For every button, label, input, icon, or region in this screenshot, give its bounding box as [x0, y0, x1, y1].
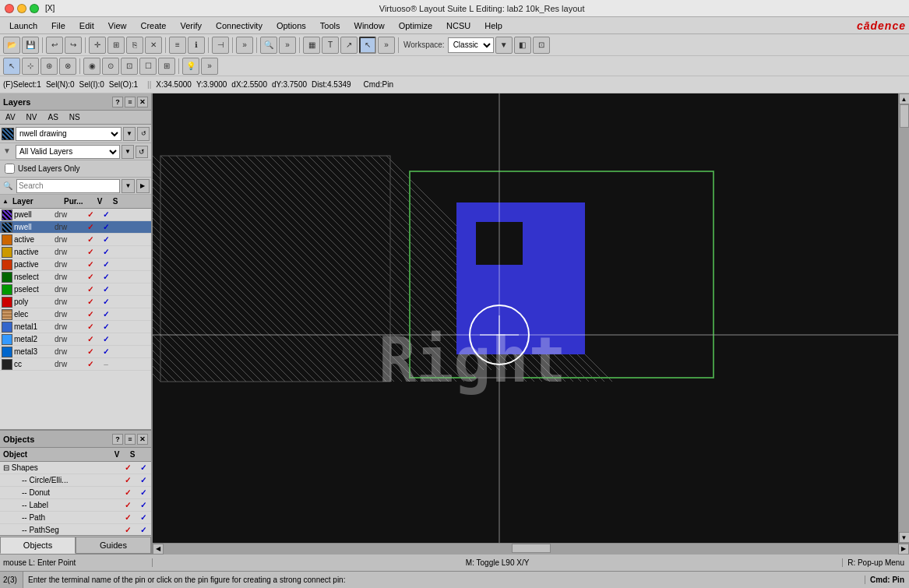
- snap2-button[interactable]: ⊙: [102, 58, 119, 75]
- menu-ncsu[interactable]: NCSU: [440, 19, 477, 32]
- layer-row-elec[interactable]: elecdrw✓✓: [0, 308, 151, 321]
- menu-create[interactable]: Create: [134, 19, 172, 32]
- snap-button[interactable]: ◉: [83, 58, 100, 75]
- layers-tab-nv[interactable]: NV: [24, 112, 40, 122]
- obj-s-5[interactable]: ✓: [136, 526, 151, 534]
- layer-s-metal2[interactable]: ✓: [98, 335, 114, 343]
- col-purpose-header[interactable]: Pur...: [64, 197, 92, 206]
- layers-menu-button[interactable]: ≡: [125, 97, 136, 107]
- workspace-btn-2[interactable]: ◧: [514, 37, 531, 54]
- layer-row-metal3[interactable]: metal3drw✓✓: [0, 346, 151, 358]
- layer-row-pwell[interactable]: pwelldrw✓✓: [0, 209, 151, 221]
- vscroll-down-button[interactable]: ▼: [899, 532, 910, 543]
- layer-s-pwell[interactable]: ✓: [98, 210, 114, 219]
- layer-row-poly[interactable]: polydrw✓✓: [0, 296, 151, 308]
- select3-button[interactable]: ⊛: [41, 58, 58, 75]
- obj-s-3[interactable]: ✓: [136, 501, 151, 509]
- menu-help[interactable]: Help: [478, 19, 509, 32]
- snap4-button[interactable]: ☐: [139, 58, 157, 75]
- layer-row-pselect[interactable]: pselectdrw✓✓: [0, 283, 151, 296]
- obj-row-shapes[interactable]: ⊟ Shapes✓✓: [0, 462, 151, 474]
- filter-select[interactable]: All Valid Layers: [16, 145, 120, 159]
- stretch-button[interactable]: ⊞: [107, 37, 125, 54]
- layer-s-pactive[interactable]: ✓: [98, 260, 114, 269]
- layout-canvas[interactable]: [153, 93, 898, 543]
- vscroll-up-button[interactable]: ▲: [899, 93, 910, 104]
- layer-v-pselect[interactable]: ✓: [83, 285, 98, 294]
- layer-v-poly[interactable]: ✓: [83, 298, 98, 306]
- workspace-btn-1[interactable]: ▼: [495, 37, 513, 54]
- obj-row-path[interactable]: -- Path✓✓: [0, 512, 151, 524]
- undo-button[interactable]: ↩: [46, 37, 63, 54]
- layer-v-metal2[interactable]: ✓: [83, 335, 98, 343]
- layer-v-active[interactable]: ✓: [83, 235, 98, 244]
- close-button[interactable]: [5, 4, 14, 13]
- open-button[interactable]: 📂: [3, 37, 20, 54]
- layer-v-pactive[interactable]: ✓: [83, 260, 98, 269]
- layer-row-cc[interactable]: ccdrw✓–: [0, 358, 151, 371]
- objects-list[interactable]: ⊟ Shapes✓✓-- Circle/Elli...✓✓-- Donut✓✓-…: [0, 462, 151, 535]
- menu-tools[interactable]: Tools: [314, 19, 347, 32]
- layer-v-metal3[interactable]: ✓: [83, 347, 98, 356]
- info-button[interactable]: ℹ: [188, 37, 205, 54]
- layers-close-button[interactable]: ✕: [137, 97, 148, 107]
- layer-s-cc[interactable]: –: [98, 360, 114, 368]
- objects-help-button[interactable]: ?: [112, 434, 123, 445]
- menu-window[interactable]: Window: [348, 19, 391, 32]
- snap5-button[interactable]: ⊞: [158, 58, 175, 75]
- maximize-button[interactable]: [30, 4, 39, 13]
- layer-v-elec[interactable]: ✓: [83, 310, 98, 319]
- menu-edit[interactable]: Edit: [73, 19, 100, 32]
- search-options-arrow[interactable]: ▼: [122, 179, 135, 193]
- sort-arrow[interactable]: ▲: [0, 198, 11, 205]
- obj-row-label[interactable]: -- Label✓✓: [0, 499, 151, 512]
- mirror-button[interactable]: ⊣: [212, 37, 229, 54]
- more-button-1[interactable]: »: [236, 37, 253, 54]
- layer-s-nwell[interactable]: ✓: [98, 223, 114, 231]
- workspace-select[interactable]: Classic: [448, 37, 494, 53]
- layers-tab-av[interactable]: AV: [3, 112, 18, 122]
- layer-row-metal2[interactable]: metal2drw✓✓: [0, 333, 151, 346]
- obj-v-4[interactable]: ✓: [120, 513, 136, 522]
- layer-row-nselect[interactable]: nselectdrw✓✓: [0, 271, 151, 283]
- layers-list[interactable]: pwelldrw✓✓nwelldrw✓✓activedrw✓✓nactivedr…: [0, 209, 151, 429]
- delete-button[interactable]: ✕: [145, 37, 162, 54]
- layer-s-pselect[interactable]: ✓: [98, 285, 114, 294]
- used-layers-checkbox[interactable]: [5, 164, 15, 174]
- vscroll-thumb[interactable]: [900, 104, 909, 128]
- hscroll-right-button[interactable]: ▶: [898, 544, 909, 555]
- search-input[interactable]: [16, 179, 120, 193]
- layer-row-nwell[interactable]: nwelldrw✓✓: [0, 221, 151, 234]
- minimize-button[interactable]: [17, 4, 26, 13]
- label-button[interactable]: T: [322, 37, 339, 54]
- obj-row-circle-elli---[interactable]: -- Circle/Elli...✓✓: [0, 474, 151, 487]
- obj-row-donut[interactable]: -- Donut✓✓: [0, 487, 151, 499]
- menu-connectivity[interactable]: Connectivity: [210, 19, 269, 32]
- obj-row-pathseg[interactable]: -- PathSeg✓✓: [0, 524, 151, 535]
- redo-button[interactable]: ↪: [65, 37, 82, 54]
- obj-v-1[interactable]: ✓: [120, 476, 136, 484]
- col-v-header[interactable]: V: [92, 197, 107, 206]
- select4-button[interactable]: ⊗: [59, 58, 76, 75]
- layer-v-pwell[interactable]: ✓: [83, 210, 98, 219]
- obj-v-2[interactable]: ✓: [120, 488, 136, 497]
- col-s-header[interactable]: S: [107, 197, 123, 206]
- copy-button[interactable]: ⎘: [126, 37, 143, 54]
- obj-s-4[interactable]: ✓: [136, 513, 151, 522]
- layer-v-nselect[interactable]: ✓: [83, 273, 98, 281]
- search-extra[interactable]: ▶: [136, 179, 150, 193]
- col-layer-header[interactable]: Layer: [11, 197, 64, 206]
- vscroll-track[interactable]: [899, 104, 910, 532]
- props-button[interactable]: ≡: [169, 37, 186, 54]
- layer-row-metal1[interactable]: metal1drw✓✓: [0, 321, 151, 333]
- layer-s-active[interactable]: ✓: [98, 235, 114, 244]
- more-t2-button[interactable]: »: [201, 58, 218, 75]
- layer-s-metal1[interactable]: ✓: [98, 322, 114, 331]
- more-button-3[interactable]: »: [378, 37, 395, 54]
- more-button-2[interactable]: »: [279, 37, 296, 54]
- objects-close-button[interactable]: ✕: [137, 434, 148, 445]
- obj-s-2[interactable]: ✓: [136, 488, 151, 497]
- layer-row-pactive[interactable]: pactivedrw✓✓: [0, 259, 151, 271]
- route-button[interactable]: ↗: [340, 37, 358, 54]
- hscroll-track[interactable]: [164, 544, 898, 555]
